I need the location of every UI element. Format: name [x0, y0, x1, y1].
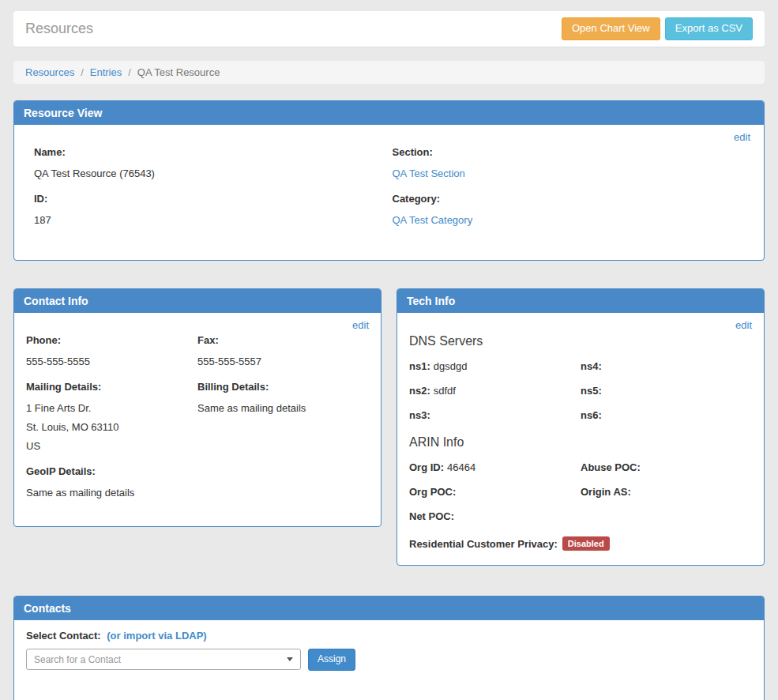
contact-select-row: Search for a Contact Assign [26, 649, 752, 671]
ns5-field: ns5: [581, 385, 752, 397]
breadcrumb-item: Resources [25, 66, 74, 78]
tech-info-panel-title: Tech Info [397, 289, 764, 313]
origin-as-label: Origin AS: [581, 486, 631, 498]
privacy-status-badge: Disabled [562, 536, 610, 551]
residential-privacy-field: Residential Customer Privacy: Disabled [409, 536, 752, 551]
ns3-field: ns3: [409, 409, 581, 421]
tech-info-edit-link[interactable]: edit [735, 319, 752, 331]
contact-select[interactable]: Search for a Contact [26, 649, 301, 670]
ns4-field: ns4: [581, 360, 752, 372]
id-field: ID: 187 [34, 193, 393, 226]
ns1-field: ns1:dgsdgd [409, 360, 581, 372]
breadcrumb-current: QA Test Resource [122, 66, 220, 78]
resource-view-panel-title: Resource View [14, 101, 764, 125]
dns-servers-heading: DNS Servers [409, 334, 752, 348]
mailing-line-3: US [26, 440, 197, 452]
contacts-panel-title: Contacts [14, 597, 764, 620]
name-field: Name: QA Test Resource (76543) [34, 146, 393, 179]
org-id-label: Org ID: [409, 461, 444, 473]
ns2-field: ns2:sdfdf [409, 385, 581, 397]
phone-value: 555-555-5555 [26, 356, 197, 367]
name-label: Name: [34, 146, 393, 158]
contact-info-body: edit Phone: 555-555-5555 Mailing Details… [14, 313, 381, 526]
ns1-label: ns1: [409, 360, 430, 372]
org-poc-field: Org POC: [409, 486, 581, 498]
contacts-body: Select Contact: (or import via LDAP) Sea… [14, 620, 764, 700]
breadcrumb-entries-link[interactable]: Entries [90, 66, 122, 78]
ns3-label: ns3: [409, 409, 430, 421]
org-poc-label: Org POC: [409, 486, 456, 498]
ns4-label: ns4: [581, 360, 602, 372]
section-field: Section: QA Test Section [393, 146, 751, 179]
info-panels-row: Contact Info edit Phone: 555-555-5555 Ma… [13, 288, 765, 566]
fax-field: Fax: 555-555-5557 [197, 334, 369, 367]
ns5-label: ns5: [581, 385, 602, 397]
page-title: Resources [25, 21, 93, 37]
org-id-field: Org ID:46464 [409, 461, 581, 473]
contact-select-placeholder: Search for a Contact [34, 654, 121, 665]
ldap-import-link[interactable]: (or import via LDAP) [107, 630, 206, 642]
residential-privacy-label: Residential Customer Privacy: [409, 538, 558, 550]
category-value-link[interactable]: QA Test Category [393, 214, 473, 226]
tech-info-body: edit DNS Servers ns1:dgsdgd ns4: ns2:sdf… [397, 313, 764, 565]
ns6-field: ns6: [581, 409, 752, 421]
select-contact-label: Select Contact: [26, 630, 101, 642]
arin-grid: Org ID:46464 Abuse POC: Org POC: Origin … [409, 461, 752, 535]
contact-info-panel: Contact Info edit Phone: 555-555-5555 Ma… [13, 288, 381, 527]
contacts-panel: Contacts Select Contact: (or import via … [13, 596, 765, 700]
breadcrumb-resources-link[interactable]: Resources [25, 66, 74, 78]
fax-value: 555-555-5557 [197, 356, 369, 367]
id-value: 187 [34, 214, 393, 226]
select-contact-label-row: Select Contact: (or import via LDAP) [26, 630, 752, 642]
resource-view-panel: Resource View edit Name: QA Test Resourc… [13, 100, 765, 261]
ns1-value: dgsdgd [434, 360, 468, 372]
geoip-details-field: GeoIP Details: Same as mailing details [26, 465, 197, 499]
dns-grid: ns1:dgsdgd ns4: ns2:sdfdf ns5: ns3: ns6: [409, 360, 752, 434]
ns6-label: ns6: [581, 409, 602, 421]
tech-info-panel: Tech Info edit DNS Servers ns1:dgsdgd ns… [397, 288, 765, 566]
fax-label: Fax: [197, 334, 369, 346]
abuse-poc-label: Abuse POC: [581, 461, 641, 473]
net-poc-label: Net POC: [409, 510, 454, 522]
billing-details-value: Same as mailing details [197, 402, 369, 414]
name-value: QA Test Resource (76543) [34, 167, 393, 179]
chevron-down-icon [287, 657, 293, 661]
mailing-details-field: Mailing Details: 1 Fine Arts Dr. St. Lou… [26, 381, 197, 452]
page: Resources Open Chart View Export as CSV … [0, 0, 778, 700]
mailing-line-2: St. Louis, MO 63110 [26, 421, 197, 433]
mailing-details-label: Mailing Details: [26, 381, 197, 393]
org-id-value: 46464 [447, 461, 475, 473]
header-buttons: Open Chart View Export as CSV [562, 17, 753, 40]
section-label: Section: [393, 146, 751, 158]
geoip-details-value: Same as mailing details [26, 487, 197, 499]
category-label: Category: [393, 193, 751, 205]
page-header: Resources Open Chart View Export as CSV [13, 11, 765, 47]
arin-info-heading: ARIN Info [409, 435, 752, 450]
section-value-link[interactable]: QA Test Section [393, 167, 465, 179]
mailing-line-1: 1 Fine Arts Dr. [26, 402, 197, 414]
open-chart-view-button[interactable]: Open Chart View [562, 17, 660, 40]
net-poc-field: Net POC: [409, 510, 581, 522]
phone-label: Phone: [26, 334, 197, 346]
geoip-details-label: GeoIP Details: [26, 465, 197, 477]
billing-details-field: Billing Details: Same as mailing details [197, 381, 369, 414]
category-field: Category: QA Test Category [393, 193, 751, 226]
contact-info-edit-link[interactable]: edit [352, 319, 369, 331]
resource-view-body: edit Name: QA Test Resource (76543) ID: … [14, 125, 764, 260]
phone-field: Phone: 555-555-5555 [26, 334, 197, 367]
breadcrumb-item: Entries [74, 66, 122, 78]
origin-as-field: Origin AS: [581, 486, 752, 498]
breadcrumb: Resources Entries QA Test Resource [13, 61, 765, 84]
id-label: ID: [34, 193, 393, 205]
resource-view-edit-link[interactable]: edit [734, 131, 750, 143]
abuse-poc-field: Abuse POC: [581, 461, 752, 473]
ns2-label: ns2: [409, 385, 430, 397]
export-csv-button[interactable]: Export as CSV [665, 17, 753, 40]
ns2-value: sdfdf [434, 385, 456, 397]
billing-details-label: Billing Details: [197, 381, 369, 393]
assign-button[interactable]: Assign [308, 649, 355, 671]
contact-info-panel-title: Contact Info [14, 289, 381, 313]
